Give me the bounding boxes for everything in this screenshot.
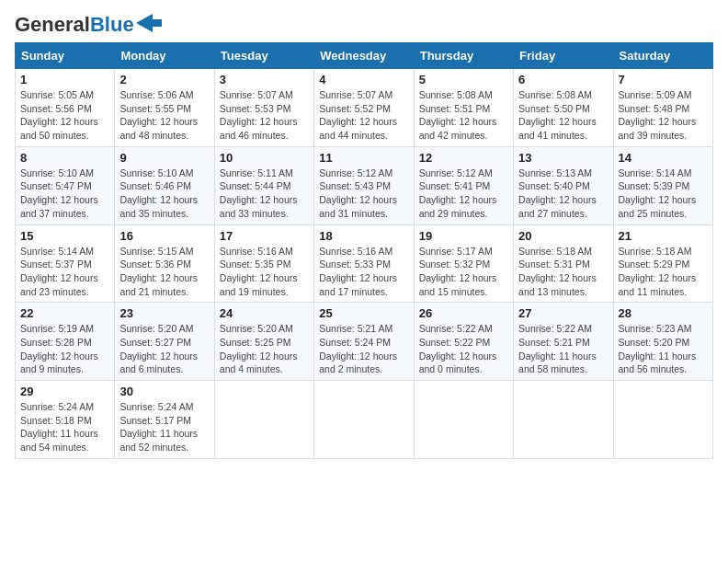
day-number: 22 — [20, 306, 109, 320]
calendar-cell: 23Sunrise: 5:20 AMSunset: 5:27 PMDayligh… — [115, 303, 214, 381]
day-number: 15 — [20, 229, 109, 243]
day-info: Sunrise: 5:09 AMSunset: 5:48 PMDaylight:… — [619, 89, 697, 141]
calendar-cell: 18Sunrise: 5:16 AMSunset: 5:33 PMDayligh… — [314, 224, 414, 303]
day-number: 9 — [119, 151, 209, 165]
day-info: Sunrise: 5:10 AMSunset: 5:47 PMDaylight:… — [20, 167, 98, 219]
calendar-cell: 15Sunrise: 5:14 AMSunset: 5:37 PMDayligh… — [16, 224, 115, 303]
day-number: 4 — [319, 73, 408, 86]
day-info: Sunrise: 5:12 AMSunset: 5:41 PMDaylight:… — [419, 167, 497, 219]
day-info: Sunrise: 5:16 AMSunset: 5:33 PMDaylight:… — [319, 246, 397, 297]
day-info: Sunrise: 5:13 AMSunset: 5:40 PMDaylight:… — [518, 167, 597, 219]
logo: GeneralBlue — [15, 15, 162, 35]
day-info: Sunrise: 5:05 AMSunset: 5:56 PMDaylight:… — [20, 89, 98, 141]
calendar-cell: 2Sunrise: 5:06 AMSunset: 5:55 PMDaylight… — [115, 69, 214, 147]
calendar-table: SundayMondayTuesdayWednesdayThursdayFrid… — [15, 42, 713, 459]
weekday-header-wednesday: Wednesday — [314, 43, 414, 69]
calendar-cell: 3Sunrise: 5:07 AMSunset: 5:53 PMDaylight… — [214, 69, 313, 147]
calendar-cell: 4Sunrise: 5:07 AMSunset: 5:52 PMDaylight… — [314, 69, 414, 147]
day-number: 29 — [20, 385, 109, 398]
calendar-cell: 17Sunrise: 5:16 AMSunset: 5:35 PMDayligh… — [214, 224, 313, 303]
day-info: Sunrise: 5:12 AMSunset: 5:43 PMDaylight:… — [319, 167, 397, 219]
calendar-cell: 7Sunrise: 5:09 AMSunset: 5:48 PMDaylight… — [613, 69, 712, 147]
day-number: 10 — [220, 151, 309, 165]
day-info: Sunrise: 5:10 AMSunset: 5:46 PMDaylight:… — [119, 167, 198, 219]
weekday-header-saturday: Saturday — [613, 43, 712, 69]
day-info: Sunrise: 5:22 AMSunset: 5:22 PMDaylight:… — [419, 323, 497, 374]
day-number: 13 — [518, 151, 608, 165]
weekday-header-thursday: Thursday — [414, 43, 513, 69]
logo-text: GeneralBlue — [15, 15, 134, 35]
calendar-cell: 25Sunrise: 5:21 AMSunset: 5:24 PMDayligh… — [314, 303, 414, 381]
calendar-cell: 22Sunrise: 5:19 AMSunset: 5:28 PMDayligh… — [16, 303, 115, 381]
day-info: Sunrise: 5:18 AMSunset: 5:31 PMDaylight:… — [518, 246, 597, 297]
weekday-header-sunday: Sunday — [16, 43, 115, 69]
day-info: Sunrise: 5:22 AMSunset: 5:21 PMDaylight:… — [518, 323, 597, 374]
day-number: 11 — [319, 151, 408, 165]
day-number: 2 — [119, 73, 209, 86]
day-number: 23 — [119, 306, 209, 320]
day-number: 19 — [419, 229, 508, 243]
calendar-cell — [514, 381, 613, 459]
day-number: 30 — [119, 385, 209, 398]
day-info: Sunrise: 5:08 AMSunset: 5:51 PMDaylight:… — [419, 89, 497, 141]
calendar-cell: 24Sunrise: 5:20 AMSunset: 5:25 PMDayligh… — [214, 303, 313, 381]
calendar-cell: 1Sunrise: 5:05 AMSunset: 5:56 PMDaylight… — [16, 69, 115, 147]
day-number: 14 — [619, 151, 708, 165]
calendar-cell: 8Sunrise: 5:10 AMSunset: 5:47 PMDaylight… — [16, 146, 115, 224]
day-number: 21 — [619, 229, 708, 243]
svg-marker-0 — [136, 14, 162, 32]
calendar-week-row: 29Sunrise: 5:24 AMSunset: 5:18 PMDayligh… — [16, 381, 713, 459]
day-number: 6 — [518, 73, 608, 86]
weekday-header-row: SundayMondayTuesdayWednesdayThursdayFrid… — [16, 43, 713, 69]
calendar-cell: 13Sunrise: 5:13 AMSunset: 5:40 PMDayligh… — [514, 146, 613, 224]
day-info: Sunrise: 5:24 AMSunset: 5:17 PMDaylight:… — [119, 401, 198, 453]
day-info: Sunrise: 5:07 AMSunset: 5:53 PMDaylight:… — [220, 89, 298, 141]
day-number: 17 — [220, 229, 309, 243]
calendar-cell: 28Sunrise: 5:23 AMSunset: 5:20 PMDayligh… — [613, 303, 712, 381]
day-number: 25 — [319, 306, 408, 320]
day-number: 16 — [119, 229, 209, 243]
day-info: Sunrise: 5:20 AMSunset: 5:25 PMDaylight:… — [220, 323, 298, 374]
calendar-cell: 12Sunrise: 5:12 AMSunset: 5:41 PMDayligh… — [414, 146, 513, 224]
day-number: 5 — [419, 73, 508, 86]
day-info: Sunrise: 5:11 AMSunset: 5:44 PMDaylight:… — [220, 167, 298, 219]
day-number: 26 — [419, 306, 508, 320]
calendar-cell: 10Sunrise: 5:11 AMSunset: 5:44 PMDayligh… — [214, 146, 313, 224]
calendar-cell: 20Sunrise: 5:18 AMSunset: 5:31 PMDayligh… — [514, 224, 613, 303]
day-info: Sunrise: 5:20 AMSunset: 5:27 PMDaylight:… — [119, 323, 198, 374]
calendar-cell: 14Sunrise: 5:14 AMSunset: 5:39 PMDayligh… — [613, 146, 712, 224]
day-number: 20 — [518, 229, 608, 243]
day-info: Sunrise: 5:21 AMSunset: 5:24 PMDaylight:… — [319, 323, 397, 374]
calendar-cell: 26Sunrise: 5:22 AMSunset: 5:22 PMDayligh… — [414, 303, 513, 381]
day-info: Sunrise: 5:17 AMSunset: 5:32 PMDaylight:… — [419, 246, 497, 297]
day-number: 12 — [419, 151, 508, 165]
day-info: Sunrise: 5:07 AMSunset: 5:52 PMDaylight:… — [319, 89, 397, 141]
day-info: Sunrise: 5:19 AMSunset: 5:28 PMDaylight:… — [20, 323, 98, 374]
calendar-cell: 11Sunrise: 5:12 AMSunset: 5:43 PMDayligh… — [314, 146, 414, 224]
day-info: Sunrise: 5:24 AMSunset: 5:18 PMDaylight:… — [20, 401, 98, 453]
day-number: 1 — [20, 73, 109, 86]
day-number: 8 — [20, 151, 109, 165]
day-number: 27 — [518, 306, 608, 320]
weekday-header-friday: Friday — [514, 43, 613, 69]
day-info: Sunrise: 5:16 AMSunset: 5:35 PMDaylight:… — [220, 246, 298, 297]
calendar-cell: 5Sunrise: 5:08 AMSunset: 5:51 PMDaylight… — [414, 69, 513, 147]
header: GeneralBlue — [15, 15, 713, 35]
day-info: Sunrise: 5:06 AMSunset: 5:55 PMDaylight:… — [119, 89, 198, 141]
calendar-week-row: 15Sunrise: 5:14 AMSunset: 5:37 PMDayligh… — [16, 224, 713, 303]
weekday-header-tuesday: Tuesday — [214, 43, 313, 69]
weekday-header-monday: Monday — [115, 43, 214, 69]
calendar-cell: 27Sunrise: 5:22 AMSunset: 5:21 PMDayligh… — [514, 303, 613, 381]
calendar-cell: 19Sunrise: 5:17 AMSunset: 5:32 PMDayligh… — [414, 224, 513, 303]
calendar-cell — [613, 381, 712, 459]
calendar-week-row: 22Sunrise: 5:19 AMSunset: 5:28 PMDayligh… — [16, 303, 713, 381]
calendar-week-row: 1Sunrise: 5:05 AMSunset: 5:56 PMDaylight… — [16, 69, 713, 147]
day-info: Sunrise: 5:08 AMSunset: 5:50 PMDaylight:… — [518, 89, 597, 141]
day-info: Sunrise: 5:15 AMSunset: 5:36 PMDaylight:… — [119, 246, 198, 297]
calendar-cell: 30Sunrise: 5:24 AMSunset: 5:17 PMDayligh… — [115, 381, 214, 459]
day-number: 7 — [619, 73, 708, 86]
calendar-cell — [314, 381, 414, 459]
calendar-cell — [214, 381, 313, 459]
day-info: Sunrise: 5:18 AMSunset: 5:29 PMDaylight:… — [619, 246, 697, 297]
day-number: 24 — [220, 306, 309, 320]
